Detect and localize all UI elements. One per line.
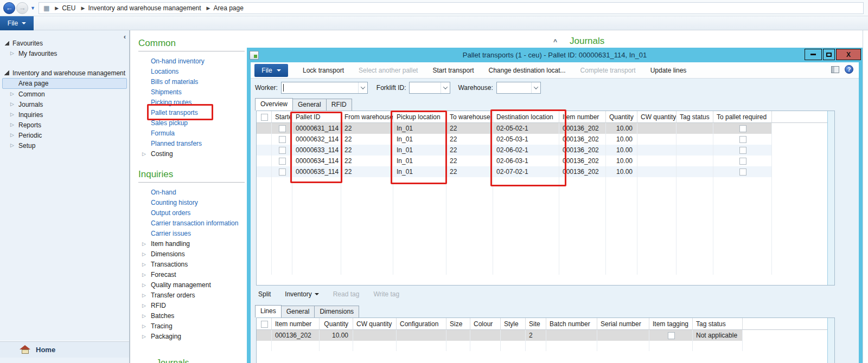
node-transactions[interactable]: ▷Transactions	[151, 260, 238, 270]
sidebar-item-reports[interactable]: ▷ Reports	[0, 120, 129, 130]
node-rfid[interactable]: ▷RFID	[151, 301, 238, 311]
link-shipments[interactable]: Shipments	[151, 87, 205, 98]
link-carrier-transaction-information[interactable]: Carrier transaction information	[151, 218, 238, 229]
node-costing[interactable]: ▷ Costing	[151, 149, 205, 159]
sidebar-item-inventory-management[interactable]: Inventory and warehouse management	[0, 68, 129, 78]
expander-open-icon[interactable]	[4, 41, 9, 46]
row-selector[interactable]	[257, 145, 272, 155]
sidebar-item-periodic[interactable]: ▷ Periodic	[0, 130, 129, 140]
cell-colour[interactable]	[470, 330, 501, 341]
col-to-pallet-required[interactable]: To pallet required	[713, 111, 772, 123]
cell-item-tagging[interactable]	[649, 330, 693, 341]
sidebar-item-inquiries[interactable]: ▷ Inquiries	[0, 109, 129, 120]
sidebar-item-favourites[interactable]: Favourites	[0, 38, 129, 48]
inventory-menu-button[interactable]: Inventory	[285, 290, 318, 298]
expander-closed-icon[interactable]: ▷	[10, 112, 15, 117]
cell-style[interactable]	[501, 330, 526, 341]
tab-lines-general[interactable]: General	[281, 306, 315, 317]
expander-closed-icon[interactable]: ▷	[10, 102, 15, 107]
link-on-hand-inventory[interactable]: On-hand inventory	[151, 56, 205, 67]
minimize-button[interactable]	[805, 49, 822, 60]
col-started[interactable]: Started	[272, 111, 292, 123]
layout-panes-icon[interactable]	[831, 66, 839, 73]
dropdown-arrow-icon[interactable]	[358, 82, 367, 93]
col-colour[interactable]: Colour	[470, 318, 501, 330]
cell-to-warehouse[interactable]: 22	[446, 134, 493, 145]
col-item-tagging[interactable]: Item tagging	[649, 318, 693, 330]
cell-to-warehouse[interactable]: 22	[446, 145, 493, 155]
expander-closed-icon[interactable]: ▷	[142, 152, 147, 157]
sidebar-item-setup[interactable]: ▷ Setup	[0, 140, 129, 151]
tab-dimensions[interactable]: Dimensions	[314, 306, 359, 317]
cell-from-warehouse[interactable]: 22	[341, 166, 393, 177]
breadcrumb-page[interactable]: Area page	[214, 4, 244, 12]
expander-closed-icon[interactable]: ▷	[142, 334, 147, 339]
cell-from-warehouse[interactable]: 22	[341, 134, 393, 145]
cell-item-number[interactable]: 000136_202	[272, 330, 320, 341]
row-selector[interactable]	[257, 330, 272, 341]
cell-started[interactable]	[272, 145, 292, 155]
dropdown-arrow-icon[interactable]	[441, 82, 450, 93]
address-bar[interactable]: ▦ ▶ CEU ▶ Inventory and warehouse manage…	[39, 2, 864, 14]
cell-to-pallet-required[interactable]	[713, 145, 772, 155]
tab-rfid[interactable]: RFID	[326, 99, 352, 111]
cell-to-pallet-required[interactable]	[713, 155, 772, 166]
cell-started[interactable]	[272, 166, 292, 177]
expander-closed-icon[interactable]: ▷	[142, 293, 147, 298]
worker-combobox[interactable]	[281, 82, 368, 94]
section-collapse-caret-icon[interactable]: ^	[553, 38, 557, 46]
maximize-button[interactable]	[823, 49, 835, 60]
close-button[interactable]: X	[836, 49, 861, 60]
node-batches[interactable]: ▷Batches	[151, 311, 238, 321]
col-tag-status[interactable]: Tag status	[676, 111, 713, 123]
cell-from-warehouse[interactable]: 22	[341, 155, 393, 166]
split-button[interactable]: Split	[258, 290, 271, 298]
cell-site[interactable]: 2	[526, 330, 546, 341]
link-planned-transfers[interactable]: Planned transfers	[151, 139, 205, 149]
tab-general[interactable]: General	[292, 99, 327, 111]
node-transfer-orders[interactable]: ▷Transfer orders	[151, 290, 238, 301]
help-icon[interactable]: ?	[845, 65, 853, 74]
file-menu-button[interactable]: File	[0, 16, 34, 30]
node-forecast[interactable]: ▷Forecast	[151, 270, 238, 280]
cell-to-pallet-required[interactable]	[713, 123, 772, 134]
expander-closed-icon[interactable]: ▷	[142, 242, 147, 247]
cell-quantity[interactable]: 10.00	[606, 134, 637, 145]
cell-batch-number[interactable]	[546, 330, 597, 341]
cell-size[interactable]	[446, 330, 470, 341]
breadcrumb-module[interactable]: Inventory and warehouse management	[88, 4, 201, 12]
forklift-combobox[interactable]	[409, 82, 450, 94]
cell-started[interactable]	[272, 134, 292, 145]
cell-tag-status[interactable]	[676, 155, 713, 166]
link-carrier-issues[interactable]: Carrier issues	[151, 229, 238, 239]
forward-icon[interactable]: →	[16, 2, 28, 14]
tab-lines[interactable]: Lines	[255, 305, 282, 317]
col-item-number[interactable]: Item number	[272, 318, 320, 330]
line-row[interactable]: 000136_202 10.00 2 Not applicable	[257, 330, 828, 341]
cell-configuration[interactable]	[397, 330, 446, 341]
cell-tag-status[interactable]	[676, 145, 713, 155]
col-batch-number[interactable]: Batch number	[546, 318, 597, 330]
cell-cw-quantity[interactable]	[637, 166, 676, 177]
col-style[interactable]: Style	[501, 318, 526, 330]
expander-closed-icon[interactable]: ▷	[142, 262, 147, 267]
col-quantity[interactable]: Quantity	[320, 318, 353, 330]
col-cw-quantity[interactable]: CW quantity	[353, 318, 397, 330]
cell-quantity[interactable]: 10.00	[606, 123, 637, 134]
cell-cw-quantity[interactable]	[637, 145, 676, 155]
node-packaging[interactable]: ▷Packaging	[151, 332, 238, 342]
back-icon[interactable]: ←	[3, 2, 15, 14]
row-selector[interactable]	[257, 166, 272, 177]
cell-tag-status[interactable]	[676, 134, 713, 145]
sidebar-item-common[interactable]: ▷ Common	[0, 89, 129, 99]
col-configuration[interactable]: Configuration	[397, 318, 446, 330]
cell-cw-quantity[interactable]	[637, 123, 676, 134]
col-size[interactable]: Size	[446, 318, 470, 330]
cell-to-pallet-required[interactable]	[713, 134, 772, 145]
link-counting-history[interactable]: Counting history	[151, 198, 238, 208]
node-dimensions[interactable]: ▷Dimensions	[151, 249, 238, 260]
col-tag-status[interactable]: Tag status	[693, 318, 743, 330]
cell-quantity[interactable]: 10.00	[320, 330, 353, 341]
select-all-checkbox[interactable]	[257, 111, 272, 123]
cell-started[interactable]	[272, 155, 292, 166]
